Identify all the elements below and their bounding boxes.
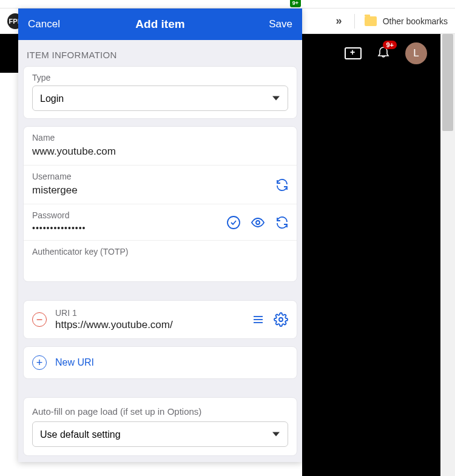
uri-settings-icon[interactable]	[274, 312, 288, 327]
page-background	[302, 73, 440, 476]
type-card: Type Login	[23, 66, 297, 119]
autofill-card: Auto-fill on page load (if set up in Opt…	[23, 397, 297, 456]
new-uri-card: + New URI	[23, 346, 297, 379]
popup-title: Add item	[18, 18, 302, 31]
check-password-icon[interactable]	[226, 215, 241, 230]
notifications-icon[interactable]: 9+	[376, 44, 391, 62]
popup-header: Cancel Add item Save	[18, 8, 302, 40]
folder-icon	[365, 16, 377, 26]
bookmark-overflow-icon[interactable]: »	[336, 15, 342, 27]
avatar[interactable]: L	[405, 42, 427, 64]
autofill-select[interactable]: Use default setting	[32, 421, 288, 447]
username-field[interactable]: mistergee	[32, 184, 288, 196]
notification-count-badge: 9+	[383, 41, 397, 49]
section-header: ITEM INFORMATION	[18, 40, 302, 66]
uri-card: − URI 1 https://www.youtube.com/	[23, 300, 297, 339]
username-label: Username	[32, 172, 288, 181]
svg-point-0	[228, 216, 240, 229]
generate-password-icon[interactable]	[275, 215, 289, 230]
cancel-button[interactable]: Cancel	[28, 18, 60, 30]
credentials-card: Name www.youtube.com Username mistergee …	[23, 126, 297, 282]
new-uri-label: New URI	[55, 357, 94, 368]
uri-list-icon[interactable]	[251, 312, 265, 327]
create-video-icon[interactable]	[345, 47, 362, 59]
svg-point-1	[256, 221, 260, 224]
name-field[interactable]: www.youtube.com	[32, 146, 288, 158]
generate-icon[interactable]	[275, 178, 289, 192]
other-bookmarks-label[interactable]: Other bookmarks	[383, 16, 448, 26]
extension-popup: Cancel Add item Save ITEM INFORMATION Ty…	[18, 8, 302, 462]
name-label: Name	[32, 133, 288, 142]
toggle-visibility-icon[interactable]	[251, 215, 265, 230]
type-label: Type	[32, 73, 288, 82]
popup-body[interactable]: ITEM INFORMATION Type Login Name www.you…	[18, 40, 302, 462]
uri-label: URI 1	[55, 308, 242, 318]
scrollbar-thumb[interactable]	[442, 34, 453, 131]
extension-badge: 9+	[290, 0, 301, 7]
scrollbar-track[interactable]	[440, 34, 455, 476]
type-select[interactable]: Login	[32, 85, 288, 111]
plus-icon: +	[32, 355, 47, 370]
autofill-label: Auto-fill on page load (if set up in Opt…	[24, 398, 297, 417]
totp-label: Authenticator key (TOTP)	[32, 247, 288, 256]
save-button[interactable]: Save	[269, 18, 292, 30]
svg-point-8	[279, 318, 283, 321]
remove-uri-icon[interactable]: −	[32, 312, 47, 327]
uri-field[interactable]: https://www.youtube.com/	[55, 319, 242, 331]
new-uri-button[interactable]: + New URI	[24, 347, 297, 378]
divider	[354, 14, 355, 28]
